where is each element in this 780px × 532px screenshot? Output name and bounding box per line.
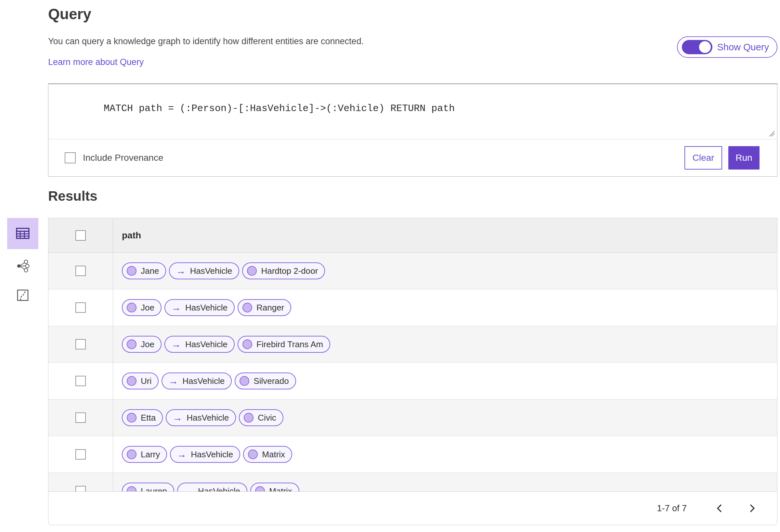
- table-header-row: path: [48, 218, 777, 253]
- relationship-pill[interactable]: → HasVehicle: [170, 446, 240, 463]
- table-row: Larry → HasVehicle Matrix: [48, 436, 777, 473]
- query-input[interactable]: MATCH path = (:Person)-[:HasVehicle]->(:…: [48, 84, 777, 139]
- relationship-pill[interactable]: → HasVehicle: [164, 336, 235, 353]
- arrow-right-icon: →: [168, 376, 178, 386]
- node-icon: [127, 339, 137, 349]
- arrow-right-icon: →: [176, 266, 186, 276]
- graph-view-button[interactable]: [7, 259, 38, 273]
- entity-pill-source[interactable]: Jane: [122, 262, 166, 279]
- entity-pill-source[interactable]: Larry: [122, 446, 167, 463]
- node-icon: [127, 486, 137, 491]
- toggle-switch-icon: [682, 40, 713, 54]
- relationship-pill[interactable]: → HasVehicle: [169, 262, 239, 279]
- row-checkbox[interactable]: [76, 449, 86, 460]
- row-checkbox[interactable]: [76, 413, 86, 423]
- header-checkbox-cell: [48, 218, 113, 252]
- row-checkbox[interactable]: [76, 266, 86, 276]
- resize-handle-icon[interactable]: [767, 128, 775, 137]
- entity-pill-target[interactable]: Ranger: [238, 299, 291, 316]
- query-action-bar: Include Provenance Clear Run: [48, 139, 777, 176]
- arrow-right-icon: →: [184, 486, 194, 491]
- row-path-cell: Etta → HasVehicle Civic: [113, 400, 777, 436]
- relationship-pill[interactable]: → HasVehicle: [177, 483, 247, 491]
- query-panel: MATCH path = (:Person)-[:HasVehicle]->(:…: [48, 84, 777, 177]
- results-section: path Jane → HasVehicle Hardtop 2-door: [0, 218, 777, 525]
- graph-view-icon: [15, 259, 30, 273]
- node-icon: [127, 266, 137, 276]
- query-description: You can query a knowledge graph to ident…: [48, 36, 364, 47]
- node-icon: [127, 303, 137, 312]
- toggle-knob: [699, 41, 711, 53]
- node-icon: [242, 303, 252, 312]
- row-path-cell: Lauren → HasVehicle Matrix: [113, 473, 777, 491]
- table-body: Jane → HasVehicle Hardtop 2-door Joe → H…: [48, 253, 777, 491]
- relationship-pill[interactable]: → HasVehicle: [161, 373, 232, 389]
- query-header-row: You can query a knowledge graph to ident…: [48, 36, 777, 67]
- query-page: Query You can query a knowledge graph to…: [0, 5, 780, 532]
- pagination-range: 1-7 of 7: [657, 503, 687, 514]
- select-all-checkbox[interactable]: [76, 230, 86, 241]
- node-icon: [127, 413, 137, 423]
- table-row: Uri → HasVehicle Silverado: [48, 363, 777, 400]
- row-checkbox[interactable]: [76, 339, 86, 350]
- row-checkbox-cell: [48, 400, 113, 436]
- include-provenance-checkbox[interactable]: [65, 152, 76, 163]
- table-row: Jane → HasVehicle Hardtop 2-door: [48, 253, 777, 289]
- row-path-cell: Jane → HasVehicle Hardtop 2-door: [113, 253, 777, 289]
- row-checkbox[interactable]: [76, 302, 86, 313]
- entity-pill-source[interactable]: Joe: [122, 336, 161, 353]
- show-query-toggle[interactable]: Show Query: [677, 36, 777, 58]
- table-row: Lauren → HasVehicle Matrix: [48, 473, 777, 491]
- table-view-button[interactable]: [7, 218, 38, 249]
- row-checkbox-cell: [48, 436, 113, 473]
- node-icon: [127, 449, 137, 459]
- entity-pill-target[interactable]: Matrix: [243, 446, 292, 463]
- include-provenance-label: Include Provenance: [83, 153, 163, 163]
- relationship-pill[interactable]: → HasVehicle: [164, 299, 235, 316]
- node-icon: [244, 413, 253, 423]
- arrow-right-icon: →: [173, 413, 182, 423]
- map-view-button[interactable]: [7, 288, 38, 302]
- entity-pill-target[interactable]: Silverado: [235, 373, 296, 389]
- entity-pill-source[interactable]: Etta: [122, 409, 163, 426]
- pagination-bar: 1-7 of 7: [48, 491, 777, 525]
- table-row: Etta → HasVehicle Civic: [48, 400, 777, 436]
- query-section: Query You can query a knowledge graph to…: [48, 5, 777, 177]
- clear-button[interactable]: Clear: [684, 146, 722, 169]
- node-icon: [127, 376, 137, 386]
- next-page-button[interactable]: [746, 502, 759, 515]
- row-path-cell: Joe → HasVehicle Firebird Trans Am: [113, 326, 777, 363]
- learn-more-link[interactable]: Learn more about Query: [48, 57, 144, 67]
- entity-pill-target[interactable]: Hardtop 2-door: [242, 262, 325, 279]
- entity-pill-source[interactable]: Lauren: [122, 483, 174, 491]
- row-path-cell: Uri → HasVehicle Silverado: [113, 363, 777, 399]
- run-button[interactable]: Run: [728, 146, 760, 169]
- page-title: Query: [48, 5, 777, 23]
- node-icon: [248, 449, 258, 459]
- row-checkbox-cell: [48, 473, 113, 491]
- relationship-pill[interactable]: → HasVehicle: [166, 409, 236, 426]
- row-checkbox[interactable]: [76, 486, 86, 491]
- entity-pill-source[interactable]: Uri: [122, 373, 159, 389]
- table-view-icon: [14, 225, 31, 242]
- query-text: MATCH path = (:Person)-[:HasVehicle]->(:…: [104, 103, 455, 114]
- row-checkbox-cell: [48, 326, 113, 363]
- arrow-right-icon: →: [171, 303, 181, 312]
- row-checkbox-cell: [48, 253, 113, 289]
- node-icon: [247, 266, 257, 276]
- table-row: Joe → HasVehicle Firebird Trans Am: [48, 326, 777, 363]
- view-switcher-rail: [0, 218, 48, 525]
- entity-pill-target[interactable]: Firebird Trans Am: [238, 336, 330, 353]
- row-checkbox-cell: [48, 289, 113, 326]
- previous-page-button[interactable]: [713, 502, 726, 515]
- node-icon: [255, 486, 265, 491]
- entity-pill-target[interactable]: Civic: [239, 409, 283, 426]
- row-path-cell: Larry → HasVehicle Matrix: [113, 436, 777, 473]
- chevron-right-icon: [749, 503, 756, 513]
- entity-pill-source[interactable]: Joe: [122, 299, 161, 316]
- table-row: Joe → HasVehicle Ranger: [48, 289, 777, 326]
- results-table-area: path Jane → HasVehicle Hardtop 2-door: [48, 218, 777, 525]
- row-checkbox[interactable]: [76, 376, 86, 386]
- node-icon: [240, 376, 249, 386]
- entity-pill-target[interactable]: Matrix: [250, 483, 299, 491]
